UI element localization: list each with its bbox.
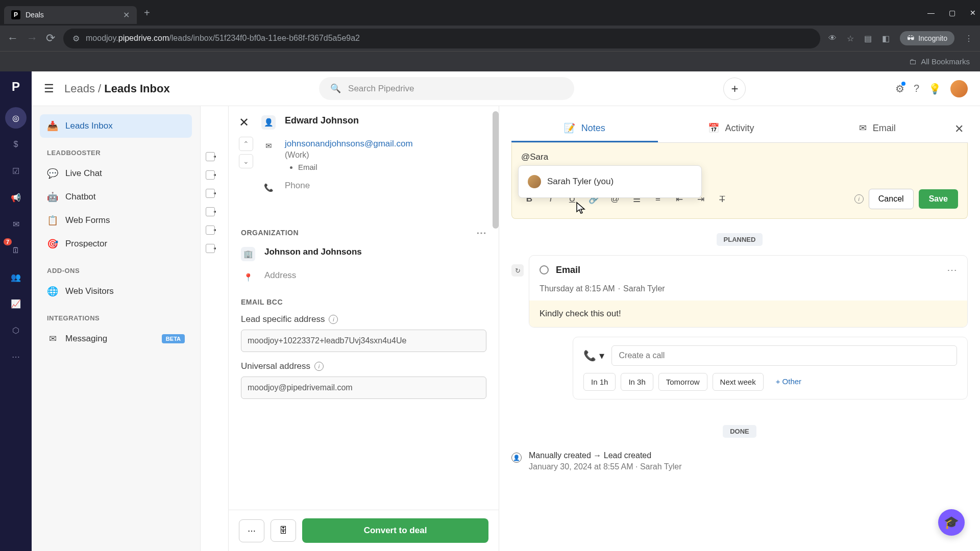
sidebar-item-webforms[interactable]: 📋 Web Forms	[40, 209, 192, 232]
rail-projects-icon[interactable]: ☑	[5, 160, 27, 182]
browser-tab[interactable]: P Deals ✕	[4, 6, 137, 24]
mention-dropdown: Sarah Tyler (you)	[518, 165, 702, 198]
new-tab-button[interactable]: +	[144, 7, 150, 19]
sidebar-item-prospector[interactable]: 🎯 Prospector	[40, 232, 192, 256]
mention-input-text: @Sara	[521, 152, 958, 162]
universal-address-input[interactable]	[241, 377, 486, 399]
clear-format-button[interactable]: T̶	[714, 191, 730, 207]
phone-label[interactable]: Phone	[285, 181, 310, 191]
sidebar-item-chatbot[interactable]: 🤖 Chatbot	[40, 185, 192, 209]
tips-icon[interactable]: 💡	[928, 83, 941, 95]
search-input[interactable]: 🔍 Search Pipedrive	[319, 77, 574, 100]
next-lead-button[interactable]: ⌄	[239, 154, 253, 168]
help-fab[interactable]: 🎓	[938, 509, 965, 536]
breadcrumb-parent[interactable]: Leads	[64, 82, 95, 95]
chip-other[interactable]: + Other	[769, 373, 808, 391]
back-button[interactable]: ←	[7, 32, 18, 45]
maximize-icon[interactable]: ▢	[949, 9, 955, 17]
lead-checkbox[interactable]	[206, 207, 215, 216]
user-avatar[interactable]	[950, 80, 968, 97]
rail-more-icon[interactable]: ⋯	[5, 346, 27, 367]
rail-contacts-icon[interactable]: 👥	[5, 266, 27, 288]
close-window-icon[interactable]: ✕	[970, 9, 976, 17]
search-placeholder: Search Pipedrive	[348, 84, 414, 94]
lead-checkbox[interactable]	[206, 244, 215, 253]
beta-badge: BETA	[162, 334, 185, 343]
mention-option[interactable]: Sarah Tyler (you)	[524, 171, 696, 192]
rail-mail-icon[interactable]: ✉	[5, 213, 27, 235]
rail-deals-icon[interactable]: $	[5, 134, 27, 155]
rail-leads-icon[interactable]: ◎	[5, 107, 27, 129]
rail-insights-icon[interactable]: 📈	[5, 293, 27, 314]
chip-tomorrow[interactable]: Tomorrow	[658, 373, 707, 391]
chip-1h[interactable]: In 1h	[583, 373, 616, 391]
bookmarks-bar: 🗀 All Bookmarks	[0, 51, 980, 71]
address-bar[interactable]: ⚙ moodjoy.pipedrive.com/leads/inbox/51f2…	[63, 29, 820, 48]
lead-checkbox[interactable]	[206, 226, 215, 235]
more-actions-button[interactable]: ⋯	[239, 519, 264, 542]
minimize-icon[interactable]: —	[927, 9, 935, 17]
sidebar-toggle-icon[interactable]: ☰	[44, 82, 54, 95]
tab-notes[interactable]: 📝 Notes	[511, 115, 658, 142]
close-panel-button[interactable]: ✕	[950, 122, 968, 136]
chrome-menu-icon[interactable]: ⋮	[965, 34, 973, 43]
sidebar-item-webvisitors[interactable]: 🌐 Web Visitors	[40, 280, 192, 303]
side-panel-icon[interactable]: ◧	[882, 34, 890, 43]
activity-card[interactable]: Email ⋯ Thursday at 8:15 AM·Sarah Tyler …	[529, 255, 968, 328]
activity-more-icon[interactable]: ⋯	[947, 264, 957, 276]
inbox-icon: 📥	[47, 120, 58, 132]
eye-off-icon[interactable]: 👁	[828, 34, 837, 43]
activity-complete-radio[interactable]	[540, 265, 549, 274]
site-info-icon[interactable]: ⚙	[72, 34, 80, 43]
chip-3h[interactable]: In 3h	[621, 373, 653, 391]
lead-checkbox[interactable]	[206, 170, 215, 180]
universal-address-label: Universal address	[241, 361, 310, 371]
email-link[interactable]: johnsonandjohnsons@gmail.com	[285, 139, 413, 149]
lead-checkbox-column	[200, 106, 229, 551]
tab-close-icon[interactable]: ✕	[123, 10, 130, 20]
scrollbar[interactable]	[493, 111, 499, 229]
extensions-icon[interactable]: ▤	[864, 34, 872, 43]
tab-email[interactable]: ✉ Email	[804, 115, 950, 142]
chat-icon: 💬	[47, 168, 58, 179]
info-icon[interactable]: i	[329, 315, 338, 324]
reload-button[interactable]: ⟳	[46, 32, 55, 45]
notes-editor[interactable]: @Sara Sarah Tyler (you) B I U 🔗 @ ☰	[511, 143, 968, 219]
breadcrumb-current: Leads Inbox	[104, 82, 169, 95]
call-input[interactable]	[611, 345, 957, 366]
info-icon[interactable]: i	[854, 194, 864, 204]
chip-nextweek[interactable]: Next week	[713, 373, 764, 391]
save-button[interactable]: Save	[919, 189, 958, 209]
activity-title: Email	[556, 265, 580, 276]
all-bookmarks-link[interactable]: All Bookmarks	[921, 57, 970, 66]
call-icon[interactable]: 📞 ▾	[583, 349, 604, 362]
archive-button[interactable]: 🗄	[271, 519, 296, 542]
close-detail-button[interactable]: ✕	[239, 115, 253, 130]
prev-lead-button[interactable]: ⌃	[239, 137, 253, 151]
activity-type-icon: ↻	[511, 264, 524, 277]
address-label[interactable]: Address	[264, 270, 296, 281]
forward-button[interactable]: →	[27, 32, 38, 45]
org-section-label: ORGANIZATION	[241, 229, 299, 237]
add-button[interactable]: +	[723, 78, 746, 100]
sidebar-item-messaging[interactable]: ✉ Messaging BETA	[40, 327, 192, 350]
convert-to-deal-button[interactable]: Convert to deal	[302, 518, 488, 543]
rail-products-icon[interactable]: ⬡	[5, 319, 27, 341]
org-name: Johnson and Johnsons	[264, 247, 362, 257]
pipedrive-logo[interactable]: P	[8, 79, 24, 95]
lead-checkbox[interactable]	[206, 152, 215, 161]
tab-activity[interactable]: 📅 Activity	[658, 115, 804, 142]
help-icon[interactable]: ?	[914, 83, 919, 94]
cancel-button[interactable]: Cancel	[869, 189, 914, 209]
rail-campaigns-icon[interactable]: 📢	[5, 187, 27, 208]
org-more-icon[interactable]: ⋯	[476, 227, 487, 239]
lead-address-input[interactable]	[241, 330, 486, 352]
info-icon[interactable]: i	[314, 362, 324, 371]
marketplace-icon[interactable]: ⚙	[895, 83, 904, 95]
rail-activities-icon[interactable]: 7🗓	[5, 240, 27, 261]
lead-checkbox[interactable]	[206, 189, 215, 198]
sidebar-item-livechat[interactable]: 💬 Live Chat	[40, 162, 192, 185]
bookmark-star-icon[interactable]: ☆	[847, 34, 854, 43]
activity-tabs: 📝 Notes 📅 Activity ✉ Email ✕	[511, 115, 968, 143]
sidebar-item-inbox[interactable]: 📥 Leads Inbox	[40, 114, 192, 138]
